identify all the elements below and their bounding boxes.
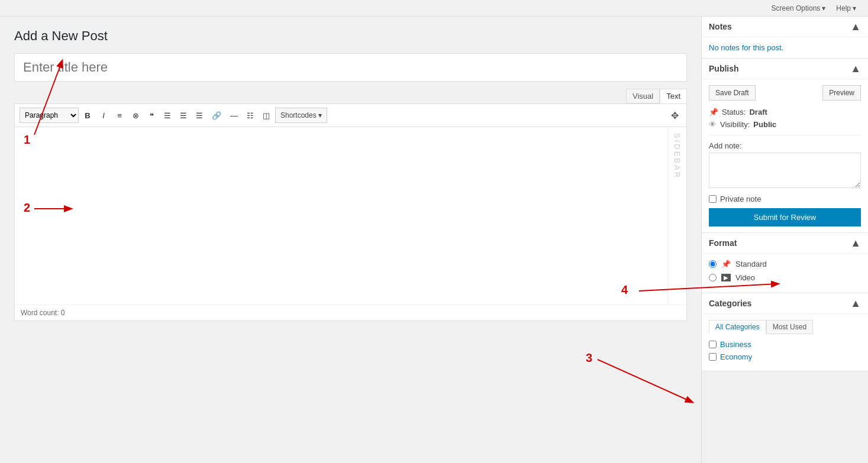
format-collapse-icon: ▲: [850, 238, 861, 248]
format-panel-title: Format: [709, 238, 737, 248]
format-standard-radio[interactable]: [709, 260, 717, 268]
private-note-row: Private note: [709, 195, 861, 203]
italic-button[interactable]: I: [96, 108, 111, 123]
format-standard-option[interactable]: 📌 Standard: [709, 260, 861, 268]
word-count-value: 0: [61, 309, 65, 317]
help-chevron-icon: ▾: [853, 4, 856, 12]
format-standard-label: Standard: [735, 260, 767, 268]
publish-collapse-icon: ▲: [850, 63, 861, 74]
publish-panel-title: Publish: [709, 64, 739, 73]
status-value: Draft: [749, 108, 767, 116]
shortcodes-chevron-icon: ▾: [318, 111, 322, 119]
category-business-label: Business: [720, 340, 751, 349]
categories-tabs: All Categories Most Used: [709, 320, 861, 334]
categories-collapse-icon: ▲: [850, 298, 861, 309]
notes-panel-body: No notes for this post.: [702, 37, 868, 58]
notes-panel-title: Notes: [709, 22, 732, 31]
publish-panel-body: Save Draft Preview 📌 Status: Draft 👁 Vis…: [702, 79, 868, 232]
add-note-label: Add note:: [709, 141, 861, 150]
categories-panel-header[interactable]: Categories ▲: [702, 293, 868, 314]
most-used-tab[interactable]: Most Used: [766, 320, 813, 334]
align-left-button[interactable]: ☰: [160, 108, 175, 123]
top-bar: Screen Options ▾ Help ▾: [0, 0, 868, 17]
category-economy: Economy: [709, 352, 861, 361]
publish-panel: Publish ▲ Save Draft Preview 📌 Status: D…: [702, 59, 868, 233]
add-note-textarea[interactable]: [709, 153, 861, 188]
shortcodes-label: Shortcodes: [280, 111, 317, 119]
visibility-value: Public: [753, 120, 776, 129]
status-label: Status:: [722, 108, 746, 116]
format-video-icon: ▶: [721, 274, 731, 281]
editor-content-area[interactable]: [15, 127, 667, 305]
tab-visual[interactable]: Visual: [626, 89, 660, 103]
categories-panel-title: Categories: [709, 299, 751, 308]
align-right-button[interactable]: ☰: [192, 108, 206, 123]
submit-for-review-button[interactable]: Submit for Review: [709, 208, 861, 226]
help-label: Help: [836, 4, 851, 12]
format-standard-icon: 📌: [721, 260, 731, 268]
blockquote-button[interactable]: ❝: [144, 108, 159, 123]
screen-options-button[interactable]: Screen Options ▾: [767, 2, 831, 15]
link-button[interactable]: 🔗: [208, 108, 225, 123]
paragraph-select[interactable]: Paragraph Heading 1 Heading 2 Heading 3 …: [20, 108, 79, 123]
format-video-radio[interactable]: [709, 274, 717, 281]
categories-panel-body: All Categories Most Used Business Econom…: [702, 314, 868, 371]
publish-btn-row: Save Draft Preview: [709, 85, 861, 101]
categories-panel: Categories ▲ All Categories Most Used Bu…: [702, 293, 868, 371]
visibility-row: 👁 Visibility: Public: [709, 120, 861, 129]
category-economy-checkbox[interactable]: [709, 353, 717, 361]
notes-collapse-icon: ▲: [850, 21, 861, 32]
more-button[interactable]: ―: [227, 108, 241, 123]
all-categories-tab[interactable]: All Categories: [709, 320, 766, 334]
category-business-checkbox[interactable]: [709, 341, 717, 348]
sidebar-watermark: SIDEBAR: [667, 127, 686, 305]
editor-wrapper: Paragraph Heading 1 Heading 2 Heading 3 …: [14, 103, 687, 321]
save-draft-button[interactable]: Save Draft: [709, 85, 756, 101]
format-video-label: Video: [735, 273, 755, 282]
category-economy-label: Economy: [720, 352, 752, 361]
media-button[interactable]: ◫: [259, 108, 273, 123]
format-panel: Format ▲ 📌 Standard ▶ Video: [702, 233, 868, 293]
page-title: Add a New Post: [14, 28, 687, 44]
publish-divider: [709, 135, 861, 135]
shortcodes-button[interactable]: Shortcodes ▾: [275, 108, 327, 123]
bold-button[interactable]: B: [80, 108, 95, 123]
visibility-icon: 👁: [709, 120, 717, 129]
post-title-input[interactable]: [14, 53, 687, 82]
screen-options-label: Screen Options: [772, 4, 821, 12]
format-panel-header[interactable]: Format ▲: [702, 233, 868, 254]
private-note-checkbox[interactable]: [709, 195, 717, 203]
word-count-bar: Word count: 0: [15, 305, 686, 320]
screen-options-chevron-icon: ▾: [822, 4, 825, 12]
tab-text[interactable]: Text: [660, 89, 687, 103]
category-business: Business: [709, 340, 861, 349]
editor-tabs: Visual Text: [14, 89, 687, 103]
ordered-list-button[interactable]: ⊗: [128, 108, 143, 123]
align-center-button[interactable]: ☰: [176, 108, 191, 123]
expand-editor-button[interactable]: ✥: [668, 108, 682, 123]
main-layout: Add a New Post Visual Text Paragraph Hea…: [0, 17, 868, 463]
format-panel-body: 📌 Standard ▶ Video: [702, 254, 868, 293]
status-icon: 📌: [709, 108, 718, 116]
notes-panel: Notes ▲ No notes for this post.: [702, 17, 868, 59]
editor-toolbar: Paragraph Heading 1 Heading 2 Heading 3 …: [15, 104, 686, 127]
unordered-list-button[interactable]: ≡: [112, 108, 127, 123]
preview-button[interactable]: Preview: [822, 85, 861, 101]
format-video-option[interactable]: ▶ Video: [709, 273, 861, 282]
sidebar: Notes ▲ No notes for this post. Publish …: [701, 17, 868, 463]
word-count-label: Word count:: [21, 309, 59, 317]
private-note-label: Private note: [720, 195, 761, 203]
publish-panel-header[interactable]: Publish ▲: [702, 59, 868, 79]
visibility-label: Visibility:: [720, 120, 750, 129]
table-button[interactable]: ☷: [243, 108, 257, 123]
status-row: 📌 Status: Draft: [709, 108, 861, 116]
content-area: Add a New Post Visual Text Paragraph Hea…: [0, 17, 701, 463]
no-notes-text: No notes for this post.: [709, 43, 783, 52]
notes-panel-header[interactable]: Notes ▲: [702, 17, 868, 37]
editor-body: SIDEBAR: [15, 127, 686, 305]
help-button[interactable]: Help ▾: [831, 2, 861, 15]
